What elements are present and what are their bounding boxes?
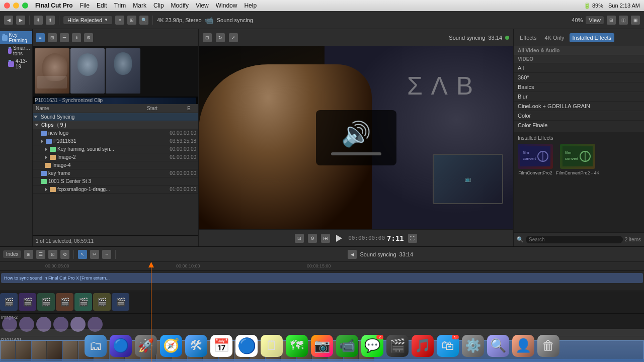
- clips-section-header[interactable]: Clips (9): [33, 121, 198, 129]
- skip-back[interactable]: ⏮: [321, 234, 330, 243]
- dock-spotlight[interactable]: 🔍: [487, 335, 509, 357]
- dock-avatar[interactable]: 👤: [512, 335, 534, 357]
- dock-finalcut[interactable]: 🎬: [386, 335, 409, 357]
- video-preview[interactable]: Σ Λ B 📺 🔊: [199, 46, 513, 229]
- close-button[interactable]: [4, 3, 10, 9]
- preview-tool-1[interactable]: ⊡: [203, 33, 212, 42]
- nav-back[interactable]: ◀: [4, 16, 13, 25]
- sidebar-item-smartons[interactable]: Smar…tons: [0, 44, 32, 57]
- menu-mark[interactable]: Mark: [133, 2, 146, 9]
- menu-help[interactable]: Help: [244, 2, 257, 9]
- preview-tool-2[interactable]: ↻: [216, 33, 225, 42]
- share-btn[interactable]: ⬆: [46, 16, 55, 25]
- cat-color[interactable]: Color: [514, 111, 644, 121]
- tl-nav-left[interactable]: ◀: [348, 250, 357, 259]
- clip-row-3[interactable]: Image-2 01:00:00:00: [33, 153, 198, 161]
- installed-item-1[interactable]: film convert FilmConvertPro2 - 4K: [556, 144, 600, 175]
- layout-btn3[interactable]: ▣: [631, 16, 640, 25]
- clip-row-2[interactable]: Key framing, sound syn... 00:00:00:00: [33, 145, 198, 153]
- preview-tool-3[interactable]: ⤢: [229, 33, 238, 42]
- dock-maps[interactable]: 🗺: [286, 335, 308, 357]
- timeline-tool-pos[interactable]: ↔: [102, 250, 111, 259]
- controls-btn[interactable]: ⚙: [308, 234, 317, 243]
- dock-trash[interactable]: 🗑: [537, 335, 559, 357]
- menu-trim[interactable]: Trim: [114, 2, 126, 9]
- photos-icon: 📷: [314, 338, 330, 353]
- menu-edit[interactable]: Edit: [97, 2, 107, 9]
- dock-xcode[interactable]: 🛠: [185, 335, 207, 357]
- cat-blur[interactable]: Blur: [514, 92, 644, 102]
- list-view-btn[interactable]: ☰: [60, 33, 69, 42]
- minimize-button[interactable]: [13, 3, 19, 9]
- clip-row-1[interactable]: P1011631 03:53:25:18: [33, 137, 198, 145]
- cat-cinelook[interactable]: CineLook + GORILLA GRAIN: [514, 102, 644, 111]
- dock-finder[interactable]: 🗂: [85, 335, 107, 357]
- clip-row-5[interactable]: key frame 00:00:00:00: [33, 169, 198, 177]
- timeline-tool-trim[interactable]: ✂: [90, 250, 99, 259]
- dock-photos[interactable]: 📷: [311, 335, 333, 357]
- cat-all-video-audio[interactable]: All Video & Audio: [514, 46, 644, 55]
- index-btn[interactable]: ≡: [36, 33, 45, 42]
- options-btn[interactable]: ⚙: [84, 33, 93, 42]
- tab-4k-only[interactable]: 4K Only: [541, 33, 567, 42]
- app-name[interactable]: Final Cut Pro: [35, 2, 73, 9]
- dock-appstore[interactable]: 🛍 9: [437, 335, 459, 357]
- timeline-btn-4[interactable]: ⚙: [60, 250, 69, 259]
- info-btn[interactable]: ℹ: [72, 33, 81, 42]
- layout-btn[interactable]: ⊞: [607, 16, 616, 25]
- traffic-lights[interactable]: [4, 3, 28, 9]
- timeline-btn-1[interactable]: ⊞: [24, 250, 33, 259]
- layout-btn2[interactable]: ◫: [619, 16, 628, 25]
- playhead[interactable]: [151, 262, 151, 362]
- view-dropdown[interactable]: View: [586, 16, 604, 24]
- tab-effects[interactable]: Effects: [517, 33, 539, 42]
- tab-installed-effects[interactable]: Installed Effects: [570, 33, 614, 42]
- timeline-btn-3[interactable]: ⊡: [48, 250, 57, 259]
- fullscreen-btn[interactable]: ⛶: [408, 234, 417, 243]
- timeline-index-btn[interactable]: Index: [3, 250, 21, 258]
- timeline-btn-2[interactable]: ☰: [36, 250, 45, 259]
- clip-row-6[interactable]: 1001 S Center St 3: [33, 177, 198, 186]
- play-button[interactable]: [334, 233, 344, 243]
- aspect-ratio-btn[interactable]: ⊡: [295, 234, 304, 243]
- view-grid[interactable]: ⊞: [127, 16, 136, 25]
- dock-launchpad[interactable]: 🚀: [135, 335, 157, 357]
- title-clip[interactable]: How to sync sound in Final Cut Pro X [Fr…: [1, 273, 643, 283]
- menu-view[interactable]: View: [196, 2, 209, 9]
- menu-modify[interactable]: Modify: [171, 2, 189, 9]
- dock-chrome[interactable]: 🔵: [235, 335, 258, 357]
- import-btn[interactable]: ⬇: [34, 16, 43, 25]
- cat-all[interactable]: All: [514, 63, 644, 73]
- clip-row-7[interactable]: fcpxsmallogo-1-dragg... 01:00:00:00: [33, 186, 198, 194]
- dock-notes[interactable]: 🗒: [261, 335, 283, 357]
- cat-basics[interactable]: Basics: [514, 82, 644, 92]
- search-btn[interactable]: 🔍: [139, 16, 148, 25]
- clip-row-0[interactable]: new logo 00:00:00:00: [33, 129, 198, 137]
- sidebar-item-date[interactable]: 4-13-19: [0, 57, 32, 70]
- timeline-tool-select[interactable]: ↖: [78, 250, 87, 259]
- maximize-button[interactable]: [22, 3, 28, 9]
- menu-file[interactable]: File: [80, 2, 90, 9]
- view-list[interactable]: ≡: [115, 16, 124, 25]
- dock-music[interactable]: 🎵: [412, 335, 434, 357]
- effects-search-input[interactable]: [529, 237, 620, 242]
- dock-siri[interactable]: 🔵: [110, 335, 132, 357]
- installed-item-0[interactable]: film convert FilmConvertPro2: [518, 144, 553, 175]
- sidebar-item-keyframing[interactable]: Key Framing: [0, 31, 32, 44]
- dock-safari[interactable]: 🧭: [160, 335, 182, 357]
- dock-messages[interactable]: 💬 2: [361, 335, 383, 357]
- clip-view-btn[interactable]: ⊞: [48, 33, 57, 42]
- cat-360[interactable]: 360°: [514, 73, 644, 82]
- clip-row-4[interactable]: Image-4: [33, 161, 198, 169]
- dock-sysprefs[interactable]: ⚙️: [462, 335, 484, 357]
- folder-icon: [2, 35, 8, 41]
- search-wrapper[interactable]: [526, 236, 623, 243]
- cat-color-finale[interactable]: Color Finale: [514, 121, 644, 130]
- menu-window[interactable]: Window: [216, 2, 237, 9]
- sync-header-row[interactable]: Sound Syncing: [33, 113, 198, 121]
- nav-fwd[interactable]: ▶: [16, 16, 25, 25]
- filter-dropdown[interactable]: Hide Rejected ▼: [63, 16, 112, 24]
- dock-calendar[interactable]: 📅: [210, 335, 232, 357]
- dock-facetime[interactable]: 📹: [336, 335, 358, 357]
- menu-clip[interactable]: Clip: [153, 2, 164, 9]
